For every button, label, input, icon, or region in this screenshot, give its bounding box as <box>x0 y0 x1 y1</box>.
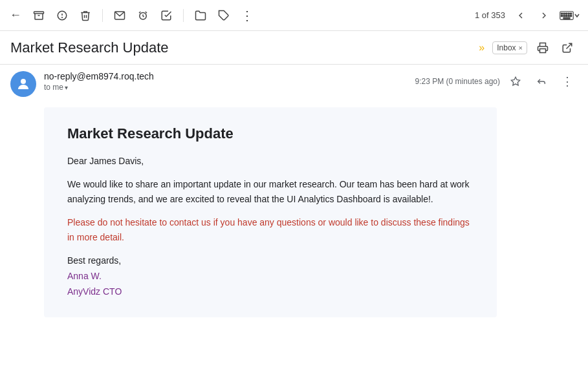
snooze-button[interactable] <box>133 5 153 26</box>
svg-rect-0 <box>34 12 44 14</box>
email-time: 9:23 PM (0 minutes ago) <box>415 77 500 86</box>
email-paragraph-2: Please do not hesitate to contact us if … <box>67 215 474 244</box>
next-email-button[interactable] <box>534 5 554 26</box>
label-button[interactable] <box>213 5 234 26</box>
svg-rect-11 <box>563 13 565 14</box>
label-arrow-icon: » <box>479 42 485 54</box>
svg-rect-18 <box>568 15 569 16</box>
header-actions <box>527 37 578 58</box>
email-body-wrapper: Market Research Update Dear James Davis,… <box>0 102 588 328</box>
keyboard-shortcuts-button[interactable] <box>557 5 583 26</box>
signature-line-1: Best regards, <box>67 253 474 269</box>
email-paragraph-1: We would like to share an important upda… <box>67 177 474 206</box>
toolbar-divider-2 <box>183 9 184 22</box>
svg-rect-12 <box>565 13 567 14</box>
reply-button[interactable] <box>531 71 552 92</box>
email-subject: Market Research Update <box>10 39 479 56</box>
signature-line-3: AnyVidz CTO <box>67 284 474 300</box>
archive-button[interactable] <box>28 5 49 26</box>
move-button[interactable] <box>190 5 211 26</box>
chevron-down-icon[interactable]: ▾ <box>65 84 68 91</box>
open-in-new-button[interactable] <box>557 37 578 58</box>
svg-rect-15 <box>561 15 562 16</box>
sender-email: no-reply@em8974.roq.tech <box>44 71 154 81</box>
svg-rect-13 <box>568 13 569 14</box>
svg-rect-20 <box>563 17 570 19</box>
meta-right: 9:23 PM (0 minutes ago) ⋮ <box>415 71 578 92</box>
svg-point-3 <box>62 17 63 17</box>
delete-button[interactable] <box>75 5 96 26</box>
star-button[interactable] <box>505 71 526 92</box>
sender-info: no-reply@em8974.roq.tech to me ▾ <box>44 71 415 92</box>
svg-rect-19 <box>571 15 572 16</box>
svg-line-22 <box>567 43 572 48</box>
label-text: Inbox <box>497 43 516 52</box>
email-body-title: Market Research Update <box>67 125 474 142</box>
pagination-text: 1 of 353 <box>475 10 505 20</box>
svg-line-6 <box>139 12 140 13</box>
message-more-button[interactable]: ⋮ <box>557 71 578 92</box>
signature-line-2: Anna W. <box>67 269 474 284</box>
toolbar-divider <box>102 9 103 22</box>
svg-rect-16 <box>563 15 565 16</box>
more-options-button[interactable]: ⋮ <box>237 5 257 26</box>
label-close-icon[interactable]: × <box>519 44 523 52</box>
prev-email-button[interactable] <box>510 5 531 26</box>
to-me-row[interactable]: to me ▾ <box>44 83 415 92</box>
pagination-area: 1 of 353 <box>475 5 583 26</box>
email-header: Market Research Update » Inbox × <box>0 31 588 65</box>
print-button[interactable] <box>532 37 553 58</box>
toolbar: ← ⋮ 1 of 353 <box>0 0 588 31</box>
svg-rect-17 <box>565 15 567 16</box>
svg-marker-24 <box>511 77 519 85</box>
svg-rect-21 <box>540 48 546 52</box>
inbox-label[interactable]: Inbox × <box>492 41 527 54</box>
add-task-button[interactable] <box>156 5 177 26</box>
svg-line-7 <box>146 12 147 13</box>
email-greeting: Dear James Davis, <box>67 154 474 168</box>
email-body: Market Research Update Dear James Davis,… <box>44 107 497 317</box>
mail-button[interactable] <box>109 5 130 26</box>
spam-button[interactable] <box>52 5 72 26</box>
message-meta: no-reply@em8974.roq.tech to me ▾ 9:23 PM… <box>0 65 588 102</box>
svg-rect-10 <box>561 13 562 14</box>
svg-rect-14 <box>571 13 572 14</box>
email-signature: Best regards, Anna W. AnyVidz CTO <box>67 253 474 299</box>
to-me-label: to me <box>44 83 63 92</box>
svg-point-23 <box>21 79 26 84</box>
back-button[interactable]: ← <box>5 5 26 26</box>
avatar <box>10 71 36 97</box>
